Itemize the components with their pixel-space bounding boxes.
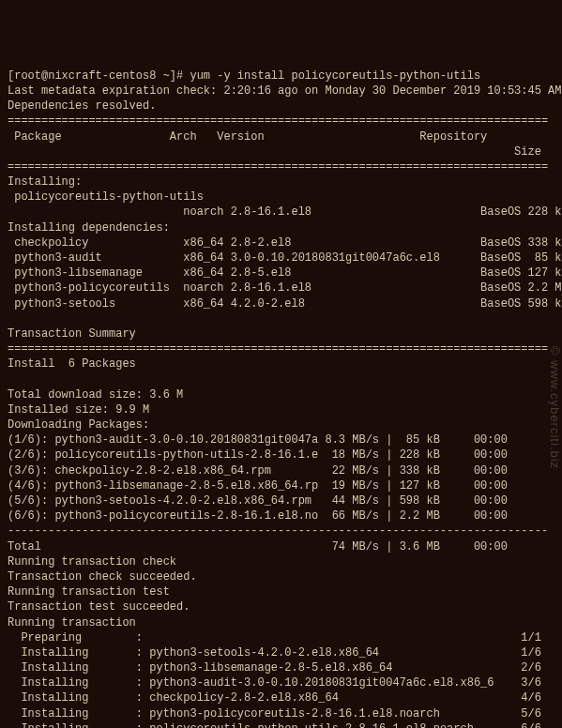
install-count: Install 6 Packages <box>8 357 136 371</box>
pkg-row: python3-setools x86_64 4.2.0-2.el8 BaseO… <box>8 297 562 311</box>
download-row: (6/6): python3-policycoreutils-2.8-16.1.… <box>8 509 508 523</box>
txn-test-ok: Transaction test succeeded. <box>8 600 190 614</box>
col-version: Version <box>217 130 264 144</box>
txn-check: Running transaction check <box>8 555 176 569</box>
txn-summary: Transaction Summary <box>8 327 136 341</box>
pkg-main-row: noarch 2.8-16.1.el8 BaseOS 228 k <box>8 205 562 219</box>
watermark: © www.cyberciti.biz <box>546 345 562 468</box>
pkg-row: checkpolicy x86_64 2.8-2.el8 BaseOS 338 … <box>8 236 562 250</box>
download-size: Total download size: 3.6 M <box>8 388 183 402</box>
pkg-row: python3-libsemanage x86_64 2.8-5.el8 Bas… <box>8 266 562 280</box>
txn-run: Running transaction <box>8 616 136 629</box>
divider: ========================================… <box>8 342 548 356</box>
pkg-main-name: policycoreutils-python-utils <box>8 190 204 204</box>
total-line: Total 74 MB/s | 3.6 MB 00:00 <box>8 540 508 554</box>
section-installing: Installing: <box>8 175 82 189</box>
download-row: (3/6): checkpolicy-2.8-2.el8.x86_64.rpm … <box>8 464 508 478</box>
divider: ========================================… <box>8 114 548 128</box>
downloading-packages: Downloading Packages: <box>8 418 149 432</box>
txn-test: Running transaction test <box>8 585 170 599</box>
txn-step: Preparing : 1/1 <box>8 631 541 645</box>
txn-step: Installing : python3-policycoreutils-2.8… <box>8 707 541 720</box>
divider: ----------------------------------------… <box>8 524 548 538</box>
section-installing-deps: Installing dependencies: <box>8 221 170 235</box>
download-row: (4/6): python3-libsemanage-2.8-5.el8.x86… <box>8 479 508 493</box>
txn-step: Installing : policycoreutils-python-util… <box>8 722 541 728</box>
txn-check-ok: Transaction check succeeded. <box>8 570 197 584</box>
pkg-row: python3-audit x86_64 3.0-0.10.20180831gi… <box>8 251 562 265</box>
metadata-line: Last metadata expiration check: 2:20:16 … <box>8 84 562 98</box>
txn-step: Installing : python3-setools-4.2.0-2.el8… <box>8 646 541 660</box>
divider: ========================================… <box>8 160 548 174</box>
col-arch: Arch <box>170 130 197 144</box>
deps-resolved: Dependencies resolved. <box>8 99 156 113</box>
txn-step: Installing : python3-libsemanage-2.8-5.e… <box>8 661 541 675</box>
terminal-command[interactable]: yum -y install policycoreutils-python-ut… <box>190 69 480 83</box>
download-row: (1/6): python3-audit-3.0-0.10.20180831gi… <box>8 433 508 447</box>
terminal-prompt: [root@nixcraft-centos8 ~]# <box>8 69 190 83</box>
col-size: Size <box>514 145 541 159</box>
col-repo: Repository <box>419 130 487 144</box>
col-package: Package <box>8 130 62 144</box>
pkg-row: python3-policycoreutils noarch 2.8-16.1.… <box>8 281 562 295</box>
download-row: (5/6): python3-setools-4.2.0-2.el8.x86_6… <box>8 494 508 508</box>
download-row: (2/6): policycoreutils-python-utils-2.8-… <box>8 448 508 462</box>
txn-step: Installing : checkpolicy-2.8-2.el8.x86_6… <box>8 691 541 705</box>
installed-size: Installed size: 9.9 M <box>8 403 149 417</box>
txn-step: Installing : python3-audit-3.0-0.10.2018… <box>8 676 541 690</box>
